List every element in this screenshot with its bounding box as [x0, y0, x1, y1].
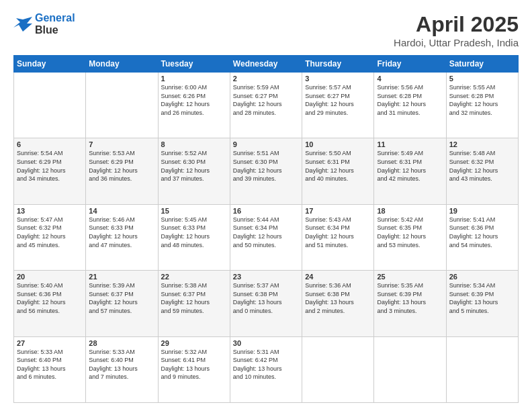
- calendar-cell: 20Sunrise: 5:40 AM Sunset: 6:36 PM Dayli…: [14, 271, 86, 336]
- day-number: 21: [89, 273, 154, 281]
- calendar-cell: 22Sunrise: 5:38 AM Sunset: 6:37 PM Dayli…: [158, 271, 230, 336]
- calendar-cell: 23Sunrise: 5:37 AM Sunset: 6:38 PM Dayli…: [230, 271, 302, 336]
- day-info: Sunrise: 5:53 AM Sunset: 6:29 PM Dayligh…: [89, 149, 154, 183]
- calendar-week-1: 1Sunrise: 6:00 AM Sunset: 6:26 PM Daylig…: [14, 73, 519, 138]
- calendar-week-2: 6Sunrise: 5:54 AM Sunset: 6:29 PM Daylig…: [14, 138, 519, 204]
- calendar-week-5: 27Sunrise: 5:33 AM Sunset: 6:40 PM Dayli…: [14, 336, 519, 402]
- calendar-cell: 7Sunrise: 5:53 AM Sunset: 6:29 PM Daylig…: [86, 138, 158, 204]
- calendar-cell: 5Sunrise: 5:55 AM Sunset: 6:28 PM Daylig…: [446, 73, 518, 138]
- day-number: 8: [161, 140, 227, 148]
- calendar-header-saturday: Saturday: [446, 56, 518, 73]
- day-number: 13: [17, 207, 83, 215]
- calendar-cell: [374, 336, 446, 402]
- calendar-week-3: 13Sunrise: 5:47 AM Sunset: 6:32 PM Dayli…: [14, 204, 519, 270]
- calendar-cell: 6Sunrise: 5:54 AM Sunset: 6:29 PM Daylig…: [14, 138, 86, 204]
- day-info: Sunrise: 5:54 AM Sunset: 6:29 PM Dayligh…: [17, 149, 83, 183]
- day-number: 12: [449, 140, 515, 148]
- day-info: Sunrise: 5:38 AM Sunset: 6:37 PM Dayligh…: [161, 281, 227, 315]
- page: General Blue April 2025 Hardoi, Uttar Pr…: [0, 0, 532, 411]
- day-number: 22: [161, 273, 227, 281]
- calendar-cell: 1Sunrise: 6:00 AM Sunset: 6:26 PM Daylig…: [158, 73, 230, 138]
- day-info: Sunrise: 5:41 AM Sunset: 6:36 PM Dayligh…: [449, 216, 515, 249]
- calendar-header-tuesday: Tuesday: [158, 56, 230, 73]
- main-title: April 2025: [394, 12, 519, 37]
- day-number: 25: [377, 273, 443, 281]
- svg-marker-0: [13, 17, 32, 32]
- calendar-cell: 28Sunrise: 5:33 AM Sunset: 6:40 PM Dayli…: [86, 336, 158, 402]
- calendar-cell: [446, 336, 518, 402]
- day-number: 4: [377, 75, 443, 83]
- day-info: Sunrise: 5:51 AM Sunset: 6:30 PM Dayligh…: [233, 149, 299, 183]
- day-number: 17: [305, 207, 371, 215]
- day-info: Sunrise: 5:32 AM Sunset: 6:41 PM Dayligh…: [161, 348, 227, 381]
- header: General Blue April 2025 Hardoi, Uttar Pr…: [13, 12, 519, 48]
- logo: General Blue: [13, 12, 75, 36]
- calendar-cell: 27Sunrise: 5:33 AM Sunset: 6:40 PM Dayli…: [14, 336, 86, 402]
- day-info: Sunrise: 5:40 AM Sunset: 6:36 PM Dayligh…: [17, 281, 83, 315]
- day-number: 11: [377, 140, 443, 148]
- calendar-body: 1Sunrise: 6:00 AM Sunset: 6:26 PM Daylig…: [14, 73, 519, 403]
- subtitle: Hardoi, Uttar Pradesh, India: [394, 37, 519, 48]
- title-block: April 2025 Hardoi, Uttar Pradesh, India: [394, 12, 519, 48]
- calendar-cell: 19Sunrise: 5:41 AM Sunset: 6:36 PM Dayli…: [446, 204, 518, 270]
- day-number: 26: [449, 273, 515, 281]
- day-info: Sunrise: 5:31 AM Sunset: 6:42 PM Dayligh…: [233, 348, 299, 381]
- calendar-cell: 10Sunrise: 5:50 AM Sunset: 6:31 PM Dayli…: [302, 138, 374, 204]
- day-number: 18: [377, 207, 443, 215]
- calendar-cell: 11Sunrise: 5:49 AM Sunset: 6:31 PM Dayli…: [374, 138, 446, 204]
- day-number: 30: [233, 339, 299, 347]
- logo-icon: [13, 17, 32, 32]
- day-number: 10: [305, 140, 371, 148]
- day-info: Sunrise: 5:33 AM Sunset: 6:40 PM Dayligh…: [17, 348, 83, 381]
- calendar-cell: 9Sunrise: 5:51 AM Sunset: 6:30 PM Daylig…: [230, 138, 302, 204]
- day-info: Sunrise: 5:36 AM Sunset: 6:38 PM Dayligh…: [305, 281, 371, 315]
- day-info: Sunrise: 5:35 AM Sunset: 6:39 PM Dayligh…: [377, 281, 443, 315]
- day-info: Sunrise: 5:37 AM Sunset: 6:38 PM Dayligh…: [233, 281, 299, 315]
- logo-text: General Blue: [35, 12, 75, 36]
- calendar-cell: 18Sunrise: 5:42 AM Sunset: 6:35 PM Dayli…: [374, 204, 446, 270]
- calendar-cell: 3Sunrise: 5:57 AM Sunset: 6:27 PM Daylig…: [302, 73, 374, 138]
- calendar-header-sunday: Sunday: [14, 56, 86, 73]
- day-number: 9: [233, 140, 299, 148]
- calendar-header-wednesday: Wednesday: [230, 56, 302, 73]
- calendar-cell: 30Sunrise: 5:31 AM Sunset: 6:42 PM Dayli…: [230, 336, 302, 402]
- calendar-cell: 21Sunrise: 5:39 AM Sunset: 6:37 PM Dayli…: [86, 271, 158, 336]
- day-info: Sunrise: 5:42 AM Sunset: 6:35 PM Dayligh…: [377, 216, 443, 249]
- calendar-cell: 16Sunrise: 5:44 AM Sunset: 6:34 PM Dayli…: [230, 204, 302, 270]
- calendar-table: SundayMondayTuesdayWednesdayThursdayFrid…: [13, 55, 519, 403]
- calendar-header-monday: Monday: [86, 56, 158, 73]
- logo-line1: General: [35, 12, 75, 24]
- day-info: Sunrise: 5:45 AM Sunset: 6:33 PM Dayligh…: [161, 216, 227, 249]
- day-info: Sunrise: 5:52 AM Sunset: 6:30 PM Dayligh…: [161, 149, 227, 183]
- day-number: 15: [161, 207, 227, 215]
- calendar-cell: 15Sunrise: 5:45 AM Sunset: 6:33 PM Dayli…: [158, 204, 230, 270]
- calendar-cell: [302, 336, 374, 402]
- calendar-cell: [86, 73, 158, 138]
- day-number: 19: [449, 207, 515, 215]
- day-number: 5: [449, 75, 515, 83]
- calendar-cell: 29Sunrise: 5:32 AM Sunset: 6:41 PM Dayli…: [158, 336, 230, 402]
- calendar-cell: 17Sunrise: 5:43 AM Sunset: 6:34 PM Dayli…: [302, 204, 374, 270]
- day-info: Sunrise: 5:50 AM Sunset: 6:31 PM Dayligh…: [305, 149, 371, 183]
- calendar-cell: 13Sunrise: 5:47 AM Sunset: 6:32 PM Dayli…: [14, 204, 86, 270]
- day-info: Sunrise: 6:00 AM Sunset: 6:26 PM Dayligh…: [161, 83, 227, 117]
- day-info: Sunrise: 5:34 AM Sunset: 6:39 PM Dayligh…: [449, 281, 515, 315]
- day-number: 2: [233, 75, 299, 83]
- day-number: 1: [161, 75, 227, 83]
- calendar-cell: 25Sunrise: 5:35 AM Sunset: 6:39 PM Dayli…: [374, 271, 446, 336]
- day-info: Sunrise: 5:33 AM Sunset: 6:40 PM Dayligh…: [89, 348, 154, 381]
- calendar-cell: [14, 73, 86, 138]
- day-number: 3: [305, 75, 371, 83]
- day-info: Sunrise: 5:49 AM Sunset: 6:31 PM Dayligh…: [377, 149, 443, 183]
- day-info: Sunrise: 5:43 AM Sunset: 6:34 PM Dayligh…: [305, 216, 371, 249]
- day-info: Sunrise: 5:57 AM Sunset: 6:27 PM Dayligh…: [305, 83, 371, 117]
- day-number: 7: [89, 140, 154, 148]
- calendar-cell: 2Sunrise: 5:59 AM Sunset: 6:27 PM Daylig…: [230, 73, 302, 138]
- day-number: 24: [305, 273, 371, 281]
- day-info: Sunrise: 5:56 AM Sunset: 6:28 PM Dayligh…: [377, 83, 443, 117]
- day-info: Sunrise: 5:48 AM Sunset: 6:32 PM Dayligh…: [449, 149, 515, 183]
- calendar-week-4: 20Sunrise: 5:40 AM Sunset: 6:36 PM Dayli…: [14, 271, 519, 336]
- calendar-header-friday: Friday: [374, 56, 446, 73]
- calendar-cell: 12Sunrise: 5:48 AM Sunset: 6:32 PM Dayli…: [446, 138, 518, 204]
- day-number: 20: [17, 273, 83, 281]
